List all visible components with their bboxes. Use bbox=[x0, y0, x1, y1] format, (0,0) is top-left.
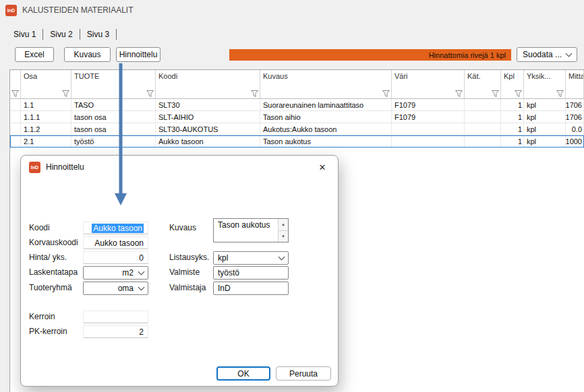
cell-kat bbox=[465, 111, 501, 123]
app-window: InD KALUSTEIDEN MATERIAALIT Sivu 1 Sivu … bbox=[0, 0, 584, 392]
dialog-titlebar: InD Hinnoittelu bbox=[21, 156, 338, 178]
cell-mitta: 0.0 bbox=[566, 123, 584, 135]
cell-mitta: 1706 bbox=[566, 111, 584, 123]
cell-osa: 1.1.1 bbox=[21, 111, 71, 123]
cell-kuvaus: Tason aukotus bbox=[260, 135, 392, 147]
cell-koodi: Aukko tasoon bbox=[156, 135, 260, 147]
cell-vari: F1079 bbox=[392, 111, 465, 123]
filter-icon[interactable] bbox=[62, 90, 69, 97]
laskentatapa-label: Laskentatapa bbox=[29, 266, 78, 279]
table-row[interactable]: 1.1.1 tason osa SLT-AIHIO Tason aihio F1… bbox=[10, 111, 584, 123]
cell-osa: 1.1 bbox=[21, 99, 71, 110]
filter-dropdown-label: Suodata ... bbox=[523, 50, 562, 59]
chevron-down-icon bbox=[138, 284, 145, 291]
column-header-kuvaus[interactable]: Kuvaus bbox=[260, 70, 392, 98]
tab-strip: Sivu 1 Sivu 2 Sivu 3 bbox=[7, 29, 117, 40]
column-header-vari[interactable]: Väri bbox=[392, 70, 465, 98]
cell-koodi: SLT30-AUKOTUS bbox=[156, 123, 260, 135]
ok-button[interactable]: OK bbox=[216, 366, 270, 381]
column-header-filter[interactable] bbox=[10, 70, 21, 98]
spinner-down-icon[interactable]: ▼ bbox=[279, 230, 288, 242]
chevron-down-icon bbox=[279, 254, 285, 261]
tab-sivu-2[interactable]: Sivu 2 bbox=[43, 29, 80, 40]
valmistaja-field[interactable]: InD bbox=[213, 282, 289, 295]
annotation-arrow-icon bbox=[113, 63, 128, 206]
koodi-label: Koodi bbox=[29, 222, 50, 234]
titlebar: InD KALUSTEIDEN MATERIAALIT bbox=[0, 0, 584, 20]
filter-icon[interactable] bbox=[11, 90, 19, 97]
cell-vari bbox=[392, 123, 465, 135]
kuvaus-button[interactable]: Kuvaus bbox=[64, 47, 111, 62]
tab-sivu-3[interactable]: Sivu 3 bbox=[80, 29, 117, 40]
listausyks-select[interactable]: kpl bbox=[213, 251, 289, 265]
cell-kat bbox=[465, 99, 501, 110]
cell-kuvaus: Aukotus:Aukko tasoon bbox=[260, 123, 392, 135]
laskentatapa-select[interactable]: m2 bbox=[83, 266, 148, 280]
table-row[interactable]: 1.1.2 tason osa SLT30-AUKOTUS Aukotus:Au… bbox=[10, 123, 584, 135]
row-indicator-cell bbox=[10, 111, 21, 123]
cell-kat bbox=[465, 135, 501, 147]
tuoteryhma-select[interactable]: oma bbox=[83, 282, 148, 295]
row-indicator-cell bbox=[10, 123, 21, 135]
peruuta-button[interactable]: Peruuta bbox=[276, 366, 331, 381]
dialog-logo-icon: InD bbox=[29, 162, 40, 173]
cell-kpl: 1 bbox=[501, 123, 524, 135]
cell-vari bbox=[392, 135, 465, 147]
cell-yksik: kpl bbox=[524, 99, 566, 110]
cell-koodi: SLT30 bbox=[156, 99, 260, 110]
hinnoittelu-dialog: InD Hinnoittelu ✕ Koodi Aukko tasoon Kor… bbox=[20, 155, 339, 387]
filter-icon[interactable] bbox=[556, 90, 564, 97]
filter-dropdown[interactable]: Suodata ... bbox=[517, 47, 577, 62]
valmiste-field[interactable]: työstö bbox=[213, 266, 289, 280]
kerroin-field[interactable] bbox=[83, 311, 148, 323]
row-indicator-cell bbox=[10, 99, 21, 110]
table-row[interactable]: 1.1 TASO SLT30 Suorareunainen laminaatti… bbox=[10, 99, 584, 111]
hinta-label: Hinta/ yks. bbox=[29, 251, 67, 264]
column-header-koodi[interactable]: Koodi bbox=[156, 70, 260, 98]
column-header-mitta[interactable]: Mitta bbox=[566, 70, 584, 98]
listausyks-label: Listausyks. bbox=[169, 251, 209, 264]
cell-osa: 1.1.2 bbox=[21, 123, 71, 135]
kerroin-label: Kerroin bbox=[29, 311, 55, 323]
cell-kat bbox=[465, 123, 501, 135]
kuvaus-spinner: ▲ ▼ bbox=[278, 219, 288, 242]
cell-osa: 2.1 bbox=[21, 135, 71, 147]
filter-icon[interactable] bbox=[515, 90, 522, 97]
column-header-yksik[interactable]: Yksik... bbox=[524, 70, 566, 98]
valmistaja-label: Valmistaja bbox=[169, 282, 206, 294]
koodi-field[interactable]: Aukko tasoon bbox=[83, 222, 148, 234]
column-header-kpl[interactable]: Kpl bbox=[501, 70, 524, 98]
pk-kerroin-label: PK-kerroin bbox=[29, 325, 67, 338]
close-icon[interactable]: ✕ bbox=[316, 161, 328, 173]
pk-kerroin-field[interactable]: 2 bbox=[83, 325, 148, 338]
excel-button[interactable]: Excel bbox=[15, 47, 54, 62]
filter-icon[interactable] bbox=[492, 90, 499, 97]
cell-mitta: 1706 bbox=[566, 99, 584, 110]
laskentatapa-value: m2 bbox=[122, 268, 134, 277]
cell-kuvaus: Suorareunainen laminaattitaso bbox=[260, 99, 392, 110]
cell-kpl: 1 bbox=[501, 135, 524, 147]
kuvaus-textarea[interactable]: Tason aukotus ▲ ▼ bbox=[213, 218, 289, 242]
filter-icon[interactable] bbox=[146, 90, 154, 97]
tab-sivu-1[interactable]: Sivu 1 bbox=[7, 29, 43, 40]
row-indicator-cell bbox=[10, 135, 21, 147]
filter-icon[interactable] bbox=[382, 90, 390, 97]
chevron-down-icon bbox=[566, 51, 573, 57]
cell-kpl: 1 bbox=[501, 99, 524, 110]
filter-icon[interactable] bbox=[251, 90, 258, 97]
listausyks-value: kpl bbox=[218, 253, 228, 263]
app-logo-icon: InD bbox=[5, 5, 17, 16]
filter-icon[interactable] bbox=[455, 90, 463, 97]
column-header-kat[interactable]: Kät. bbox=[465, 70, 501, 98]
cell-yksik: kpl bbox=[524, 123, 566, 135]
table-row-selected[interactable]: 2.1 työstö Aukko tasoon Tason aukotus 1 … bbox=[10, 135, 584, 148]
spinner-up-icon[interactable]: ▲ bbox=[279, 219, 288, 230]
korvauskoodi-field[interactable]: Aukko tasoon bbox=[83, 236, 148, 249]
hinnoittelu-button[interactable]: Hinnoittelu bbox=[116, 47, 160, 62]
table-header-row: Osa TUOTE Koodi Kuvaus Väri Kät. bbox=[10, 70, 584, 99]
cell-mitta: 1000 bbox=[566, 135, 584, 147]
hinta-field[interactable]: 0 bbox=[83, 251, 148, 264]
kuvaus-value: Tason aukotus bbox=[214, 219, 278, 242]
tuoteryhma-value: oma bbox=[118, 284, 134, 293]
column-header-osa[interactable]: Osa bbox=[21, 70, 71, 98]
